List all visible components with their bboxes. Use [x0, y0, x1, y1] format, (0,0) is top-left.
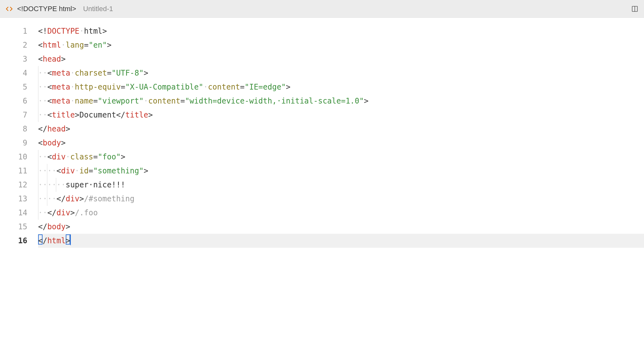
line-number-gutter: 1 2 3 4 5 6 7 8 9 10 11 12 13 14 15 16 [0, 24, 38, 248]
code-line[interactable]: </body> [38, 220, 644, 234]
editor-titlebar: <!DOCTYPE html> Untitled-1 [0, 0, 644, 18]
code-line[interactable]: ··</div>/.foo [38, 206, 644, 220]
code-line[interactable]: <body> [38, 136, 644, 150]
code-line[interactable]: ··<title>Document</title> [38, 108, 644, 122]
code-line[interactable]: ··<meta·name="viewport"·content="width=d… [38, 94, 644, 108]
code-line[interactable]: <!DOCTYPE·html> [38, 24, 644, 38]
line-number: 5 [0, 80, 27, 94]
line-number: 16 [0, 234, 27, 248]
line-number: 15 [0, 220, 27, 234]
code-line[interactable]: ····</div>/#something [38, 192, 644, 206]
code-line[interactable]: ····<div·id="something"> [38, 164, 644, 178]
code-area[interactable]: <!DOCTYPE·html> <html·lang="en"> <head> … [38, 24, 644, 248]
code-line[interactable]: <html·lang="en"> [38, 38, 644, 52]
code-line[interactable]: <head> [38, 52, 644, 66]
line-number: 6 [0, 94, 27, 108]
tab-title[interactable]: <!DOCTYPE html> [17, 5, 76, 13]
line-number: 12 [0, 178, 27, 192]
code-line-active[interactable]: </html> [38, 234, 644, 248]
line-number: 11 [0, 164, 27, 178]
line-number: 9 [0, 136, 27, 150]
line-number: 14 [0, 206, 27, 220]
line-number: 10 [0, 150, 27, 164]
line-number: 8 [0, 122, 27, 136]
code-line[interactable]: ··<div·class="foo"> [38, 150, 644, 164]
line-number: 1 [0, 24, 27, 38]
code-line[interactable]: ··<meta·http-equiv="X-UA-Compatible"·con… [38, 80, 644, 94]
code-line[interactable]: </head> [38, 122, 644, 136]
code-icon [6, 5, 13, 12]
tab-filename[interactable]: Untitled-1 [83, 5, 113, 13]
text-cursor [70, 234, 71, 245]
code-line[interactable]: ··<meta·charset="UTF-8"> [38, 66, 644, 80]
line-number: 2 [0, 38, 27, 52]
code-editor[interactable]: 1 2 3 4 5 6 7 8 9 10 11 12 13 14 15 16 <… [0, 18, 644, 248]
code-line[interactable]: ······super·nice!!! [38, 178, 644, 192]
line-number: 4 [0, 66, 27, 80]
line-number: 7 [0, 108, 27, 122]
split-editor-icon[interactable] [631, 5, 638, 12]
line-number: 13 [0, 192, 27, 206]
line-number: 3 [0, 52, 27, 66]
